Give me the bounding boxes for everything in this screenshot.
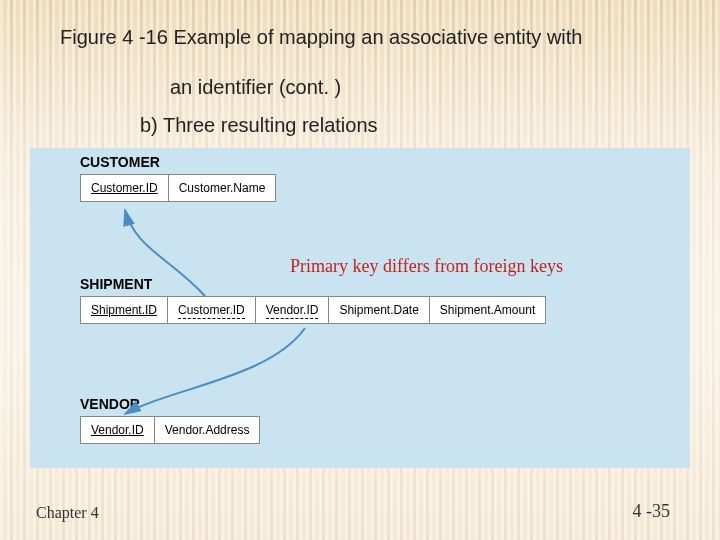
footer-page: 4 -35 xyxy=(633,501,671,522)
vendor-label: VENDOR xyxy=(80,396,140,412)
slide-title-line2: an identifier (cont. ) xyxy=(0,50,720,100)
shipment-col-custid: Customer.ID xyxy=(168,297,256,324)
footer-chapter: Chapter 4 xyxy=(36,504,99,522)
vendor-col-id: Vendor.ID xyxy=(81,417,155,444)
shipment-col-id: Shipment.ID xyxy=(81,297,168,324)
vendor-col-address: Vendor.Address xyxy=(154,417,260,444)
customer-table: Customer.ID Customer.Name xyxy=(80,174,276,202)
shipment-col-vendid: Vendor.ID xyxy=(255,297,329,324)
shipment-label: SHIPMENT xyxy=(80,276,152,292)
shipment-col-date: Shipment.Date xyxy=(329,297,429,324)
shipment-table: Shipment.ID Customer.ID Vendor.ID Shipme… xyxy=(80,296,546,324)
annotation-text: Primary key differs from foreign keys xyxy=(290,256,563,277)
slide-subtitle: b) Three resulting relations xyxy=(0,100,720,137)
vendor-table: Vendor.ID Vendor.Address xyxy=(80,416,260,444)
relations-diagram: CUSTOMER Customer.ID Customer.Name Prima… xyxy=(30,148,690,468)
slide-title-line1: Figure 4 -16 Example of mapping an assoc… xyxy=(0,0,720,50)
customer-col-id: Customer.ID xyxy=(81,175,169,202)
customer-label: CUSTOMER xyxy=(80,154,160,170)
customer-col-name: Customer.Name xyxy=(168,175,276,202)
shipment-col-amount: Shipment.Amount xyxy=(429,297,545,324)
